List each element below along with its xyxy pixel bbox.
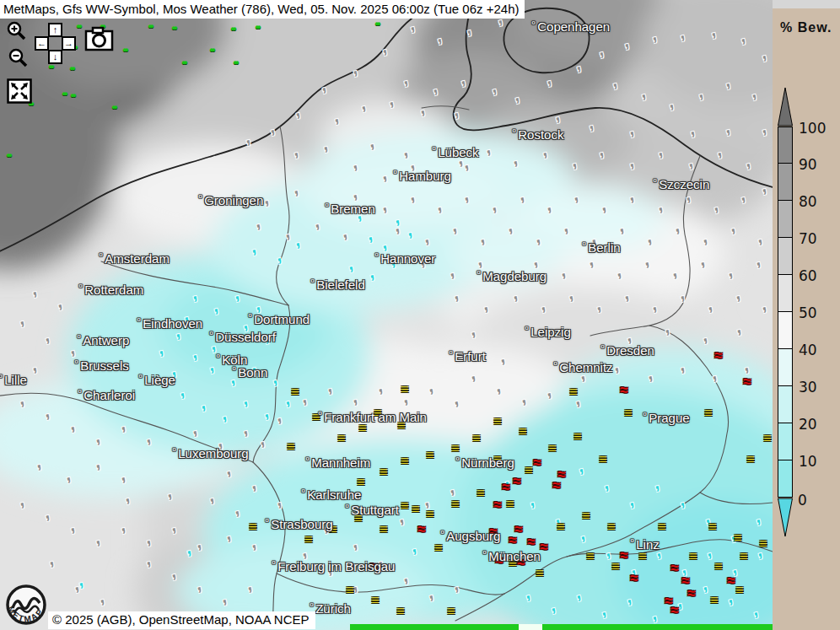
city-marker-icon: ° [553, 359, 557, 372]
city-label-leipzig: °Leipzig [525, 324, 571, 339]
zoom-out-button[interactable] [8, 48, 28, 68]
attribution-text: © 2025 (AGB), OpenStreetMap, NOAA NCEP [48, 611, 315, 629]
city-marker-icon: ° [374, 250, 379, 263]
city-label-frankfurt-am-main: °Frankfurt am Main [318, 409, 427, 424]
scale-segment: 80 [778, 201, 793, 238]
city-label-magdeburg: °Magdeburg [477, 268, 547, 283]
city-label-charleroi: °Charleroi [78, 387, 135, 402]
scale-tick-label: 30 [799, 379, 817, 396]
city-label-freiburg-im-breisgau: °Freiburg im Breisgau [272, 558, 395, 573]
city-marker-icon: ° [345, 502, 349, 514]
city-marker-icon: ° [440, 528, 444, 541]
city-label-prague: °Prague [643, 410, 690, 425]
city-marker-icon: ° [643, 410, 647, 423]
scale-segment: 90 [778, 164, 793, 201]
scale-tick-label: 70 [799, 230, 817, 247]
city-label-bonn: °Bonn [232, 364, 267, 380]
city-marker-icon: ° [582, 240, 586, 252]
scale-tick-label: 100 [799, 120, 826, 137]
scale-segment: 100 [778, 127, 793, 164]
city-marker-icon: ° [272, 558, 276, 571]
city-marker-icon: ° [137, 315, 141, 328]
city-label-rostock: °Rostock [512, 127, 563, 142]
pan-left-button[interactable]: ← [35, 36, 49, 51]
city-label-li-ge: °Liège [138, 372, 175, 387]
scale-tick-label: 10 [799, 453, 817, 470]
city-label-amsterdam: °Amsterdam [99, 250, 170, 266]
city-label-mannheim: °Mannheim [305, 455, 370, 470]
city-label-linz: °Linz [630, 536, 660, 552]
pan-up-icon: ↑ [53, 25, 58, 35]
pan-down-icon: ↓ [53, 52, 58, 62]
city-label-z-rich: °Zürich [310, 600, 351, 616]
scale-tick-label: 40 [799, 342, 817, 358]
city-label-antwerp: °Antwerp [77, 332, 129, 347]
scale-segments: 100908070605040302010 [778, 127, 793, 498]
legend-sidebar: % Bew. 100908070605040302010 0 [773, 0, 840, 630]
city-marker-icon: ° [477, 268, 481, 281]
city-label-n-rnberg: °Nürnberg [455, 455, 514, 470]
city-marker-icon: ° [198, 192, 202, 205]
city-label-l-beck: °Lübeck [432, 144, 479, 159]
city-marker-icon: ° [600, 342, 605, 355]
scale-arrow-up-icon [778, 87, 793, 127]
city-label-lille: °Lille [0, 372, 27, 387]
city-marker-icon: ° [531, 19, 536, 31]
legend-unit-label: % Bew. [780, 20, 832, 35]
map-edge-strip [350, 624, 773, 630]
city-marker-icon: ° [630, 536, 634, 549]
city-marker-icon: ° [525, 324, 529, 337]
city-marker-icon: ° [393, 168, 397, 180]
scale-tick-label: 50 [799, 304, 817, 321]
city-label-eindhoven: °Eindhoven [137, 315, 202, 331]
city-label-groningen: °Groningen [198, 192, 263, 207]
metmaps-app: ••••••••••••••••••••••••••••••••••••••,,… [0, 0, 840, 630]
scale-segment: 60 [778, 275, 793, 312]
map-controls: ↑ ← → ↓ [0, 0, 118, 110]
scale-segment: 70 [778, 238, 793, 275]
city-label-erfurt: °Erfurt [449, 348, 486, 363]
city-label-chemnitz: °Chemnitz [553, 359, 613, 374]
snapshot-button[interactable] [84, 26, 115, 51]
scale-arrow-down-icon [778, 498, 793, 537]
city-marker-icon: ° [172, 445, 176, 458]
city-label-hamburg: °Hamburg [393, 168, 451, 183]
scale-segment: 10 [778, 460, 793, 498]
scale-segment: 20 [778, 423, 793, 460]
city-label-brussels: °Brussels [74, 358, 129, 373]
city-label-bielefeld: °Bielefeld [310, 277, 365, 292]
city-label-stuttgart: °Stuttgart [345, 502, 399, 517]
zoom-in-button[interactable] [6, 21, 26, 41]
city-marker-icon: ° [99, 250, 103, 263]
city-label-luxembourg: °Luxembourg [172, 445, 249, 460]
scale-tick-label: 20 [799, 416, 817, 433]
city-marker-icon: ° [318, 409, 322, 422]
city-label-bremen: °Bremen [325, 201, 375, 216]
city-marker-icon: ° [78, 387, 82, 400]
city-label-rotterdam: °Rotterdam [78, 282, 143, 297]
city-label-hannover: °Hannover [374, 250, 435, 266]
city-marker-icon: ° [449, 348, 453, 361]
city-marker-icon: ° [77, 332, 81, 345]
city-marker-icon: ° [216, 352, 220, 364]
scale-tick-label: 60 [799, 267, 817, 284]
city-label-dortmund: °Dortmund [248, 311, 310, 326]
pan-up-button[interactable]: ↑ [48, 23, 62, 37]
city-marker-icon: ° [78, 282, 83, 294]
city-marker-icon: ° [265, 516, 269, 529]
city-marker-icon: ° [74, 358, 78, 370]
scale-segment: 50 [778, 312, 793, 349]
city-label-augsburg: °Augsburg [440, 528, 500, 543]
city-label-d-sseldorf: °Düsseldorf [209, 329, 276, 344]
city-marker-icon: ° [455, 455, 460, 467]
pan-right-button[interactable]: → [62, 36, 76, 51]
fullscreen-button[interactable] [7, 78, 32, 104]
pan-down-button[interactable]: ↓ [48, 50, 62, 64]
scale-tick-label: 90 [799, 156, 817, 173]
weather-map[interactable]: ••••••••••••••••••••••••••••••••••••••,,… [0, 0, 773, 630]
pan-left-icon: ← [37, 39, 46, 48]
city-label-dresden: °Dresden [600, 342, 654, 358]
scale-segment: 30 [778, 386, 793, 423]
city-marker-icon: ° [653, 176, 657, 189]
scale-tick-label: 80 [799, 193, 817, 210]
